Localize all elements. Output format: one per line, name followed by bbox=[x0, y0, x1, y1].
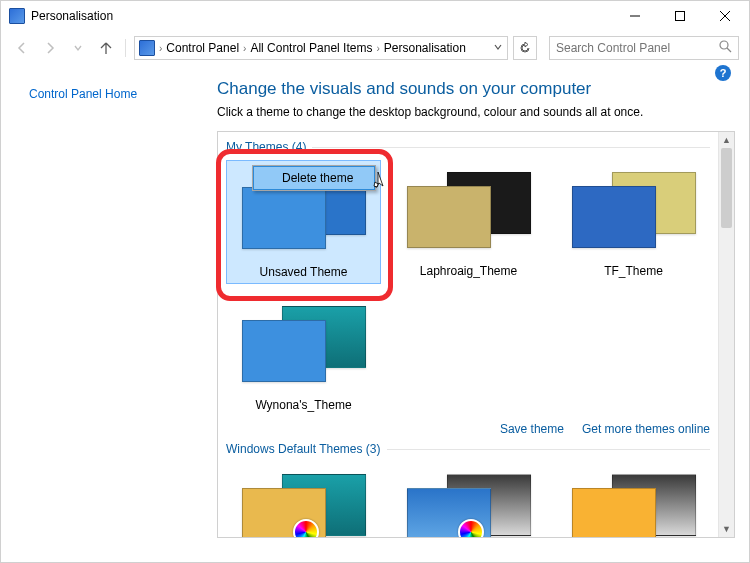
svg-rect-1 bbox=[675, 12, 684, 21]
window-title: Personalisation bbox=[31, 9, 113, 23]
section-label: My Themes (4) bbox=[226, 140, 306, 154]
chevron-right-icon[interactable]: › bbox=[243, 43, 246, 54]
left-nav: Control Panel Home bbox=[1, 65, 211, 562]
theme-name: TF_Theme bbox=[604, 264, 663, 278]
menu-item-delete-theme[interactable]: Delete theme bbox=[253, 166, 375, 190]
main-pane: ? Change the visuals and sounds on your … bbox=[211, 65, 749, 562]
themes-panel: My Themes (4) Unsaved Theme bbox=[217, 131, 735, 538]
address-icon bbox=[139, 40, 155, 56]
page-heading: Change the visuals and sounds on your co… bbox=[217, 79, 735, 99]
theme-thumbnail-front bbox=[572, 186, 656, 248]
theme-thumbnail-front bbox=[407, 488, 491, 537]
scroll-up-arrow[interactable]: ▲ bbox=[719, 132, 734, 148]
maximize-button[interactable] bbox=[657, 2, 702, 30]
theme-name: Unsaved Theme bbox=[260, 265, 348, 279]
help-icon[interactable]: ? bbox=[715, 65, 731, 81]
breadcrumb[interactable]: All Control Panel Items bbox=[250, 41, 372, 55]
theme-item[interactable] bbox=[226, 462, 381, 537]
up-button[interactable] bbox=[95, 37, 117, 59]
save-theme-link[interactable]: Save theme bbox=[500, 422, 564, 436]
recent-dropdown[interactable] bbox=[67, 37, 89, 59]
get-more-themes-link[interactable]: Get more themes online bbox=[582, 422, 710, 436]
theme-thumbnail-front bbox=[407, 186, 491, 248]
control-panel-home-link[interactable]: Control Panel Home bbox=[29, 87, 137, 101]
section-my-themes: My Themes (4) bbox=[226, 140, 726, 154]
titlebar: Personalisation bbox=[1, 1, 749, 31]
section-default-themes: Windows Default Themes (3) bbox=[226, 442, 726, 456]
search-box[interactable] bbox=[549, 36, 739, 60]
theme-item[interactable]: Wynona's_Theme bbox=[226, 294, 381, 416]
svg-line-5 bbox=[727, 48, 731, 52]
forward-button[interactable] bbox=[39, 37, 61, 59]
theme-name: Wynona's_Theme bbox=[255, 398, 351, 412]
breadcrumb[interactable]: Personalisation bbox=[384, 41, 466, 55]
theme-item[interactable] bbox=[556, 462, 711, 537]
section-label: Windows Default Themes (3) bbox=[226, 442, 381, 456]
address-dropdown-icon[interactable] bbox=[493, 41, 503, 55]
scrollbar[interactable]: ▲ ▼ bbox=[718, 132, 734, 537]
theme-thumbnail-front bbox=[242, 187, 326, 249]
breadcrumb[interactable]: Control Panel bbox=[166, 41, 239, 55]
theme-item[interactable] bbox=[391, 462, 546, 537]
theme-thumbnail-front bbox=[572, 488, 656, 537]
palette-icon bbox=[293, 519, 319, 537]
theme-item[interactable]: TF_Theme bbox=[556, 160, 711, 284]
scroll-down-arrow[interactable]: ▼ bbox=[719, 521, 734, 537]
palette-icon bbox=[458, 519, 484, 537]
refresh-button[interactable] bbox=[513, 36, 537, 60]
page-subtext: Click a theme to change the desktop back… bbox=[217, 105, 735, 119]
address-bar[interactable]: › Control Panel › All Control Panel Item… bbox=[134, 36, 508, 60]
chevron-right-icon[interactable]: › bbox=[376, 43, 379, 54]
scroll-thumb[interactable] bbox=[721, 148, 732, 228]
navbar: › Control Panel › All Control Panel Item… bbox=[1, 31, 749, 65]
context-menu: Delete theme bbox=[252, 165, 376, 191]
theme-thumbnail-front bbox=[242, 488, 326, 537]
svg-point-4 bbox=[720, 41, 728, 49]
chevron-right-icon[interactable]: › bbox=[159, 43, 162, 54]
search-icon[interactable] bbox=[719, 39, 732, 57]
app-icon bbox=[9, 8, 25, 24]
back-button[interactable] bbox=[11, 37, 33, 59]
close-button[interactable] bbox=[702, 2, 747, 30]
search-input[interactable] bbox=[556, 41, 719, 55]
theme-item[interactable]: Laphroaig_Theme bbox=[391, 160, 546, 284]
theme-thumbnail-front bbox=[242, 320, 326, 382]
minimize-button[interactable] bbox=[612, 2, 657, 30]
theme-name: Laphroaig_Theme bbox=[420, 264, 517, 278]
